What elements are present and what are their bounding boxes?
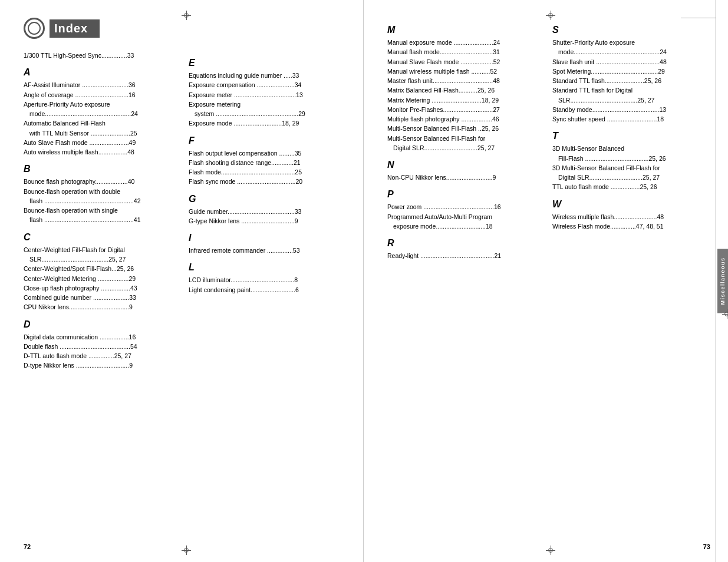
entry-spot-metering: Spot Metering...........................… (552, 67, 706, 76)
index-icon-inner (28, 22, 41, 35)
entry-digital-data: Digital data communication .............… (24, 332, 177, 342)
entry-standard-ttl-digital: Standard TTL flash for Digital SLR......… (552, 85, 706, 105)
entry-shutter-priority: Shutter-Priority Auto exposure mode.....… (552, 38, 706, 57)
entry-flash-mode: Flash mode..............................… (189, 167, 342, 177)
entry-light: Light condensing paint..................… (189, 285, 342, 295)
index-title: Index (50, 19, 100, 38)
entry-multiple-flash: Multiple flash photography .............… (387, 114, 541, 124)
entry-ttl-auto: TTL auto flash mode .................25,… (552, 182, 706, 191)
misc-tab: Miscellaneous (717, 249, 728, 313)
entry-flash-sync: Flash sync mode ........................… (189, 177, 342, 186)
entry-master: Master flash unit.......................… (387, 76, 541, 85)
entry-center-weighted-digital: Center-Weighted Fill-Flash for Digital S… (24, 245, 177, 265)
entry-wireless-flash-mode: Wireless Flash mode...............47, 48… (552, 222, 706, 231)
entry-3d-multi-digital-cont: Digital SLR.............................… (552, 174, 660, 181)
entry-3d-multi-cont: Fill-Flash .............................… (552, 155, 666, 162)
entry-exposure-metering-cont: system .................................… (189, 110, 305, 117)
page-spread: Index 1/300 TTL High-Speed Sync.........… (0, 0, 728, 562)
entry-auto-balanced-cont: with TTL Multi Sensor ..................… (24, 130, 137, 137)
entry-aperture: Aperture-Priority Auto exposure mode....… (24, 100, 177, 119)
left-col1: 1/300 TTL High-Speed Sync...............… (24, 51, 177, 371)
entry-exposure-comp: Exposure compensation ..................… (189, 80, 342, 90)
entry-ready-light: Ready-light ............................… (387, 251, 541, 260)
entry-flash-output: Flash output level compensation ........… (189, 148, 342, 158)
section-i: I (189, 233, 342, 243)
right-columns: M Manual exposure mode .................… (387, 18, 710, 261)
entry-wireless-multiple: Wireless multiple flash.................… (552, 212, 706, 222)
entry-infrared: Infrared remote commander ..............… (189, 246, 342, 255)
top-entry: 1/300 TTL High-Speed Sync...............… (24, 51, 177, 60)
section-n: N (387, 160, 541, 170)
entry-matrix-balanced: Matrix Balanced Fill-Flash...........25,… (387, 85, 541, 95)
entry-center-weighted-spot: Center-Weighted/Spot Fill-Flash...25, 26 (24, 264, 177, 273)
section-a: A (24, 67, 177, 78)
entry-monitor: Monitor Pre-Flashes.....................… (387, 105, 541, 114)
entry-gtype: G-type Nikkor lens .....................… (189, 216, 342, 226)
entry-auto-slave: Auto Slave Flash mode ..................… (24, 138, 177, 147)
top-line-right (681, 18, 716, 18)
right-col1: M Manual exposure mode .................… (387, 18, 541, 261)
section-g: G (189, 194, 342, 204)
entry-dttl: D-TTL auto flash mode ...............25,… (24, 351, 177, 361)
section-p: P (387, 189, 541, 200)
section-r: R (387, 238, 541, 249)
entry-aperture-cont: mode....................................… (24, 110, 138, 117)
index-icon (24, 18, 45, 39)
entry-double-flash: Double flash ...........................… (24, 342, 177, 351)
right-page: M Manual exposure mode .................… (364, 0, 728, 562)
entry-noncpu: Non-CPU Nikkor lens.....................… (387, 173, 541, 182)
left-page: Index 1/300 TTL High-Speed Sync.........… (0, 0, 364, 562)
entry-angle: Angle of coverage ......................… (24, 90, 177, 100)
entry-manual-slave: Manual Slave Flash mode ................… (387, 57, 541, 67)
entry-exposure-meter: Exposure meter .........................… (189, 90, 342, 100)
entry-center-weighted-metering: Center-Weighted Metering ...............… (24, 274, 177, 283)
entry-auto-wireless: Auto wireless multiple flash............… (24, 147, 177, 157)
entry-multi-sensor-digital-cont: Digital SLR.............................… (387, 144, 495, 151)
section-w: W (552, 199, 706, 210)
section-f: F (189, 135, 342, 146)
entry-exposure-mode: Exposure mode ..........................… (189, 118, 342, 128)
section-b: B (24, 164, 177, 174)
page-num-right: 73 (703, 543, 710, 550)
section-e: E (189, 58, 342, 68)
section-t: T (552, 131, 706, 141)
entry-guide-number: Guide number............................… (189, 207, 342, 216)
entry-multi-sensor: Multi-Sensor Balanced Fill-Flash ..25, 2… (387, 124, 541, 133)
top-entry-page: 33 (127, 52, 134, 59)
entry-bounce-single: Bounce-flash operation with single flash… (24, 206, 177, 225)
entry-combined-guide: Combined guide number ..................… (24, 293, 177, 302)
entry-manual-wireless: Manual wireless multiple flash .........… (387, 67, 541, 76)
right-col2: S Shutter-Priority Auto exposure mode...… (552, 18, 706, 261)
entry-bounce-single-cont: flash ..................................… (24, 216, 140, 223)
left-columns: 1/300 TTL High-Speed Sync...............… (24, 51, 345, 371)
entry-manual-flash: Manual flash mode.......................… (387, 47, 541, 57)
entry-shutter-priority-cont: mode....................................… (552, 48, 667, 55)
entry-auto-balanced: Automatic Balanced Fill-Flash with TTL M… (24, 118, 177, 138)
entry-center-weighted-digital-cont: SLR.....................................… (24, 256, 126, 263)
page-num-left: 72 (24, 543, 31, 550)
entry-3d-multi-digital: 3D Multi-Sensor Balanced Fill-Flash for … (552, 163, 706, 183)
entry-sync-shutter: Sync shutter speed .....................… (552, 114, 706, 124)
entry-closeup: Close-up flash photography .............… (24, 283, 177, 293)
entry-bounce-double-cont: flash ..................................… (24, 197, 140, 204)
section-m: M (387, 25, 541, 35)
entry-multi-sensor-digital: Multi-Sensor Balanced Fill-Flash for Dig… (387, 134, 541, 153)
entry-bounce-double: Bounce-flash operation with double flash… (24, 187, 177, 206)
entry-matrix-metering: Matrix Metering ........................… (387, 95, 541, 105)
entry-standard-ttl: Standard TTL flash......................… (552, 76, 706, 85)
section-s: S (552, 25, 706, 35)
entry-programmed: Programmed Auto/Auto-Multi Program expos… (387, 212, 541, 232)
entry-dtype: D-type Nikkor lens .....................… (24, 361, 177, 370)
entry-standard-ttl-digital-cont: SLR.....................................… (552, 97, 654, 104)
entry-lcd: LCD illuminator.........................… (189, 275, 342, 285)
entry-exposure-metering: Exposure metering system ...............… (189, 100, 342, 119)
entry-flash-distance: Flash shooting distance range...........… (189, 158, 342, 167)
entry-af-assist: AF-Assist Illuminator ..................… (24, 80, 177, 90)
right-edge-line (716, 0, 716, 562)
entry-power-zoom: Power zoom .............................… (387, 202, 541, 211)
index-header: Index (24, 18, 345, 39)
entry-3d-multi: 3D Multi-Sensor Balanced Fill-Flash ....… (552, 144, 706, 163)
entry-manual-exposure: Manual exposure mode ...................… (387, 38, 541, 47)
section-l: L (189, 262, 342, 273)
entry-cpu: CPU Nikkor lens.........................… (24, 302, 177, 312)
